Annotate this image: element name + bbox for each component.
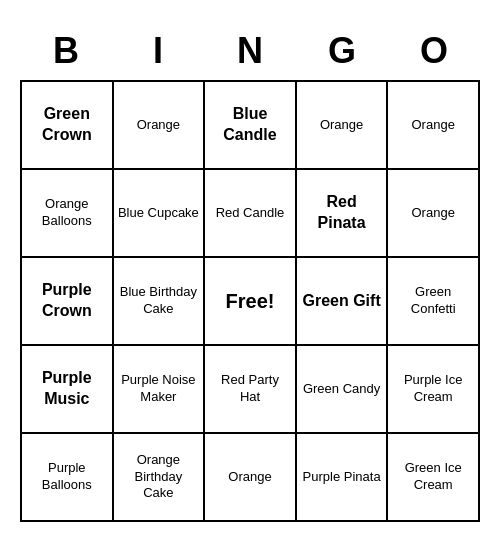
grid-cell: Purple Pinata (297, 434, 389, 522)
grid-cell: Free! (205, 258, 297, 346)
grid-cell: Purple Ice Cream (388, 346, 480, 434)
grid-cell: Purple Noise Maker (114, 346, 206, 434)
grid-cell: Orange (297, 82, 389, 170)
grid-cell: Purple Balloons (22, 434, 114, 522)
grid-cell: Blue Candle (205, 82, 297, 170)
header-letter: G (296, 22, 388, 80)
grid-cell: Orange Balloons (22, 170, 114, 258)
bingo-header: BINGO (20, 22, 480, 80)
header-letter: O (388, 22, 480, 80)
bingo-card: BINGO Green CrownOrangeBlue CandleOrange… (10, 12, 490, 532)
grid-cell: Orange (205, 434, 297, 522)
grid-cell: Green Gift (297, 258, 389, 346)
grid-cell: Red Candle (205, 170, 297, 258)
grid-cell: Purple Music (22, 346, 114, 434)
grid-cell: Red Party Hat (205, 346, 297, 434)
grid-cell: Green Crown (22, 82, 114, 170)
grid-cell: Blue Cupcake (114, 170, 206, 258)
grid-cell: Purple Crown (22, 258, 114, 346)
header-letter: B (20, 22, 112, 80)
grid-cell: Green Confetti (388, 258, 480, 346)
header-letter: I (112, 22, 204, 80)
header-letter: N (204, 22, 296, 80)
grid-cell: Green Ice Cream (388, 434, 480, 522)
grid-cell: Green Candy (297, 346, 389, 434)
grid-cell: Red Pinata (297, 170, 389, 258)
grid-cell: Orange (388, 82, 480, 170)
grid-cell: Orange Birthday Cake (114, 434, 206, 522)
grid-cell: Orange (388, 170, 480, 258)
grid-cell: Orange (114, 82, 206, 170)
bingo-grid: Green CrownOrangeBlue CandleOrangeOrange… (20, 80, 480, 522)
grid-cell: Blue Birthday Cake (114, 258, 206, 346)
